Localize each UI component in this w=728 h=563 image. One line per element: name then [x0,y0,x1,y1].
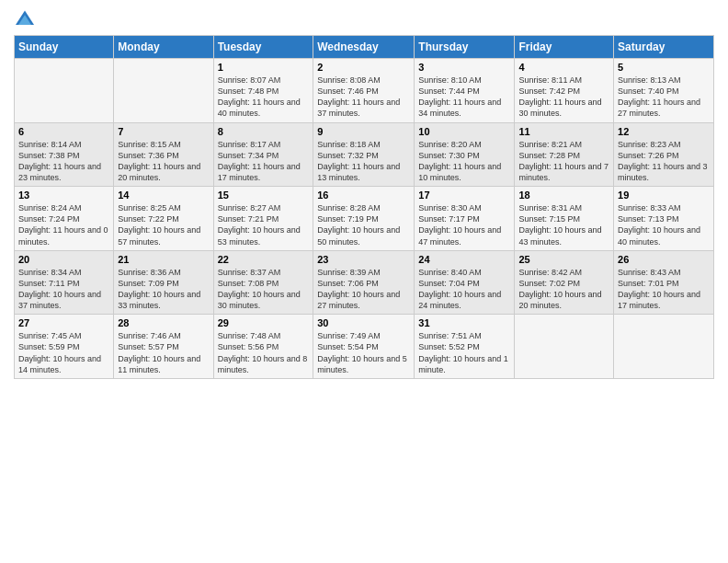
day-number: 12 [618,126,710,137]
day-info: Sunrise: 8:42 AM Sunset: 7:02 PM Dayligh… [518,267,609,312]
calendar-cell: 19Sunrise: 8:33 AM Sunset: 7:13 PM Dayli… [614,187,714,251]
calendar-cell: 18Sunrise: 8:31 AM Sunset: 7:15 PM Dayli… [515,187,614,251]
calendar-cell: 5Sunrise: 8:13 AM Sunset: 7:40 PM Daylig… [614,59,714,123]
day-number: 19 [618,190,710,201]
day-info: Sunrise: 8:37 AM Sunset: 7:08 PM Dayligh… [218,267,310,312]
day-info: Sunrise: 8:36 AM Sunset: 7:09 PM Dayligh… [118,267,209,312]
day-number: 28 [118,317,209,328]
day-number: 17 [418,190,510,201]
calendar-cell [114,59,213,123]
calendar-cell: 31Sunrise: 7:51 AM Sunset: 5:52 PM Dayli… [415,315,515,379]
calendar-cell: 16Sunrise: 8:28 AM Sunset: 7:19 PM Dayli… [313,187,415,251]
calendar-cell: 25Sunrise: 8:42 AM Sunset: 7:02 PM Dayli… [515,250,614,315]
calendar-week-5: 27Sunrise: 7:45 AM Sunset: 5:59 PM Dayli… [15,315,714,379]
day-info: Sunrise: 7:51 AM Sunset: 5:52 PM Dayligh… [418,330,510,375]
weekday-header-sunday: Sunday [15,36,114,59]
day-number: 18 [518,190,609,201]
day-info: Sunrise: 8:40 AM Sunset: 7:04 PM Dayligh… [418,267,510,312]
day-info: Sunrise: 8:10 AM Sunset: 7:44 PM Dayligh… [418,75,510,120]
day-info: Sunrise: 8:21 AM Sunset: 7:28 PM Dayligh… [518,139,609,184]
day-number: 31 [418,317,510,328]
calendar-body: 1Sunrise: 8:07 AM Sunset: 7:48 PM Daylig… [15,59,714,379]
calendar-table: SundayMondayTuesdayWednesdayThursdayFrid… [14,35,714,379]
weekday-header-saturday: Saturday [614,36,714,59]
calendar-cell: 27Sunrise: 7:45 AM Sunset: 5:59 PM Dayli… [15,315,114,379]
calendar-cell: 15Sunrise: 8:27 AM Sunset: 7:21 PM Dayli… [213,187,313,251]
calendar-cell: 8Sunrise: 8:17 AM Sunset: 7:34 PM Daylig… [213,122,313,187]
weekday-header-wednesday: Wednesday [313,36,415,59]
calendar-cell: 9Sunrise: 8:18 AM Sunset: 7:32 PM Daylig… [313,122,415,187]
calendar-week-4: 20Sunrise: 8:34 AM Sunset: 7:11 PM Dayli… [15,250,714,315]
calendar-cell: 2Sunrise: 8:08 AM Sunset: 7:46 PM Daylig… [313,59,415,123]
day-number: 4 [518,62,609,73]
day-number: 6 [18,126,109,137]
day-number: 26 [618,254,710,265]
day-info: Sunrise: 8:28 AM Sunset: 7:19 PM Dayligh… [317,202,410,247]
day-number: 27 [18,317,109,328]
weekday-header-friday: Friday [515,36,614,59]
calendar-header: SundayMondayTuesdayWednesdayThursdayFrid… [15,36,714,59]
day-info: Sunrise: 8:07 AM Sunset: 7:48 PM Dayligh… [218,75,310,120]
generalblue-logo-icon [14,9,36,28]
calendar-cell: 24Sunrise: 8:40 AM Sunset: 7:04 PM Dayli… [415,250,515,315]
calendar-cell: 11Sunrise: 8:21 AM Sunset: 7:28 PM Dayli… [515,122,614,187]
calendar-cell: 12Sunrise: 8:23 AM Sunset: 7:26 PM Dayli… [614,122,714,187]
day-info: Sunrise: 7:45 AM Sunset: 5:59 PM Dayligh… [18,330,109,375]
day-info: Sunrise: 8:20 AM Sunset: 7:30 PM Dayligh… [418,139,510,184]
weekday-header-row: SundayMondayTuesdayWednesdayThursdayFrid… [15,36,714,59]
day-number: 5 [618,62,710,73]
day-number: 23 [317,254,410,265]
day-number: 24 [418,254,510,265]
day-info: Sunrise: 8:34 AM Sunset: 7:11 PM Dayligh… [18,267,109,312]
day-number: 8 [218,126,310,137]
calendar-cell: 7Sunrise: 8:15 AM Sunset: 7:36 PM Daylig… [114,122,213,187]
day-number: 7 [118,126,209,137]
calendar-cell: 10Sunrise: 8:20 AM Sunset: 7:30 PM Dayli… [415,122,515,187]
calendar-cell: 14Sunrise: 8:25 AM Sunset: 7:22 PM Dayli… [114,187,213,251]
day-number: 21 [118,254,209,265]
calendar-cell: 1Sunrise: 8:07 AM Sunset: 7:48 PM Daylig… [213,59,313,123]
calendar-cell: 4Sunrise: 8:11 AM Sunset: 7:42 PM Daylig… [515,59,614,123]
calendar-cell: 22Sunrise: 8:37 AM Sunset: 7:08 PM Dayli… [213,250,313,315]
day-info: Sunrise: 8:24 AM Sunset: 7:24 PM Dayligh… [18,202,109,247]
calendar-cell: 17Sunrise: 8:30 AM Sunset: 7:17 PM Dayli… [415,187,515,251]
day-info: Sunrise: 8:27 AM Sunset: 7:21 PM Dayligh… [218,202,310,247]
day-info: Sunrise: 7:46 AM Sunset: 5:57 PM Dayligh… [118,330,209,375]
day-info: Sunrise: 8:11 AM Sunset: 7:42 PM Dayligh… [518,75,609,120]
day-info: Sunrise: 8:23 AM Sunset: 7:26 PM Dayligh… [618,139,710,184]
weekday-header-monday: Monday [114,36,213,59]
day-number: 1 [218,62,310,73]
calendar-cell [15,59,114,123]
calendar-week-2: 6Sunrise: 8:14 AM Sunset: 7:38 PM Daylig… [15,122,714,187]
calendar-cell: 3Sunrise: 8:10 AM Sunset: 7:44 PM Daylig… [415,59,515,123]
day-info: Sunrise: 8:13 AM Sunset: 7:40 PM Dayligh… [618,75,710,120]
calendar-cell: 28Sunrise: 7:46 AM Sunset: 5:57 PM Dayli… [114,315,213,379]
calendar-cell: 6Sunrise: 8:14 AM Sunset: 7:38 PM Daylig… [15,122,114,187]
calendar-cell: 20Sunrise: 8:34 AM Sunset: 7:11 PM Dayli… [15,250,114,315]
day-number: 22 [218,254,310,265]
page: SundayMondayTuesdayWednesdayThursdayFrid… [0,0,728,563]
day-number: 10 [418,126,510,137]
calendar-week-3: 13Sunrise: 8:24 AM Sunset: 7:24 PM Dayli… [15,187,714,251]
day-info: Sunrise: 8:15 AM Sunset: 7:36 PM Dayligh… [118,139,209,184]
day-number: 25 [518,254,609,265]
day-info: Sunrise: 8:08 AM Sunset: 7:46 PM Dayligh… [317,75,410,120]
day-info: Sunrise: 8:43 AM Sunset: 7:01 PM Dayligh… [618,267,710,312]
calendar-cell: 13Sunrise: 8:24 AM Sunset: 7:24 PM Dayli… [15,187,114,251]
calendar-cell [614,315,714,379]
calendar-cell [515,315,614,379]
day-info: Sunrise: 8:17 AM Sunset: 7:34 PM Dayligh… [218,139,310,184]
calendar-week-1: 1Sunrise: 8:07 AM Sunset: 7:48 PM Daylig… [15,59,714,123]
header [14,9,714,28]
day-number: 29 [218,317,310,328]
day-number: 3 [418,62,510,73]
day-info: Sunrise: 8:39 AM Sunset: 7:06 PM Dayligh… [317,267,410,312]
day-info: Sunrise: 8:25 AM Sunset: 7:22 PM Dayligh… [118,202,209,247]
weekday-header-tuesday: Tuesday [213,36,313,59]
calendar-cell: 21Sunrise: 8:36 AM Sunset: 7:09 PM Dayli… [114,250,213,315]
calendar-cell: 30Sunrise: 7:49 AM Sunset: 5:54 PM Dayli… [313,315,415,379]
day-info: Sunrise: 8:30 AM Sunset: 7:17 PM Dayligh… [418,202,510,247]
day-number: 9 [317,126,410,137]
day-number: 30 [317,317,410,328]
day-info: Sunrise: 8:31 AM Sunset: 7:15 PM Dayligh… [518,202,609,247]
